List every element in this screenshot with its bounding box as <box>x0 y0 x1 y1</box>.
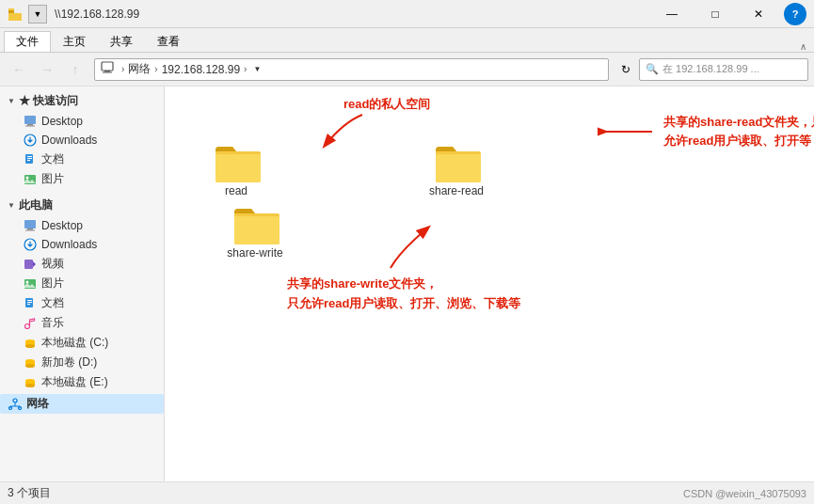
qa-btn-1[interactable]: ▼ <box>28 5 47 24</box>
folder-read-icon <box>214 143 259 181</box>
status-count: 3 个项目 <box>8 485 51 501</box>
svg-rect-2 <box>8 8 14 10</box>
svg-rect-5 <box>103 72 112 73</box>
svg-rect-18 <box>25 230 35 231</box>
breadcrumb-sep-3: › <box>244 64 247 74</box>
folder-read-label: read <box>225 184 247 197</box>
quick-access-header[interactable]: ▼ ★ 快速访问 <box>0 90 164 112</box>
sidebar: ▼ ★ 快速访问 Desktop 📌 Downloads 📌 文档 📌 <box>0 87 165 481</box>
breadcrumb-host[interactable]: 192.168.128.99 <box>162 63 240 76</box>
this-pc-arrow: ▼ <box>8 201 15 210</box>
svg-rect-7 <box>27 124 33 126</box>
search-icon: 🔍 <box>646 63 659 75</box>
drive-d-icon <box>23 355 38 370</box>
ribbon-tabs: 文件 主页 共享 查看 ∧ <box>0 28 814 53</box>
sidebar-item-drive-e[interactable]: 本地磁盘 (E:) <box>0 372 164 392</box>
minimize-button[interactable]: — <box>650 0 694 28</box>
sidebar-item-desktop-qa[interactable]: Desktop 📌 <box>0 112 164 131</box>
content-row-2: share-write <box>180 201 799 263</box>
close-button[interactable]: ✕ <box>737 0 780 28</box>
this-pc-header[interactable]: ▼ 此电脑 <box>0 195 164 216</box>
svg-rect-12 <box>27 158 32 159</box>
folder-share-read-icon <box>434 143 479 181</box>
up-button[interactable]: ↑ <box>62 56 88 83</box>
search-bar[interactable]: 🔍 在 192.168.128.99 ... <box>639 58 808 81</box>
breadcrumb-host-label: 192.168.128.99 <box>162 63 240 76</box>
svg-rect-1 <box>8 13 22 21</box>
ribbon-expand-icon[interactable]: ∧ <box>800 41 806 52</box>
tab-view[interactable]: 查看 <box>145 31 192 52</box>
sidebar-item-docs-qa[interactable]: 文档 📌 <box>0 150 164 169</box>
svg-rect-17 <box>27 228 33 230</box>
sidebar-network-label: 网络 <box>26 396 156 412</box>
back-button[interactable]: ← <box>6 56 32 83</box>
sidebar-music-label: 音乐 <box>41 315 156 331</box>
sidebar-item-pics-qa[interactable]: 图片 📌 <box>0 169 164 189</box>
quick-access-label: ★ 快速访问 <box>19 93 78 109</box>
sidebar-item-docs-pc[interactable]: 文档 <box>0 293 164 313</box>
sidebar-item-pics-pc[interactable]: 图片 <box>0 274 164 293</box>
sidebar-docs-qa-label: 文档 <box>41 151 146 167</box>
breadcrumb-sep-2: › <box>154 64 157 74</box>
window-icon <box>8 7 23 22</box>
svg-rect-11 <box>27 156 32 157</box>
downloads-icon-pc <box>23 237 38 252</box>
svg-rect-26 <box>27 302 32 303</box>
breadcrumb-network[interactable]: 网络 <box>128 61 151 77</box>
doc-icon-pc <box>23 296 38 311</box>
tab-share[interactable]: 共享 <box>98 31 145 52</box>
video-icon <box>23 257 38 272</box>
maximize-button[interactable]: □ <box>694 0 737 28</box>
sidebar-item-desktop-pc[interactable]: Desktop <box>0 216 164 235</box>
search-placeholder: 在 192.168.128.99 ... <box>662 62 759 76</box>
sidebar-pics-pc-label: 图片 <box>41 276 156 291</box>
quick-access-arrow: ▼ <box>8 97 15 105</box>
sidebar-item-downloads-qa[interactable]: Downloads 📌 <box>0 131 164 150</box>
sidebar-item-network[interactable]: 网络 <box>0 394 164 414</box>
help-button[interactable]: ? <box>784 3 806 25</box>
breadcrumb-bar[interactable]: › 网络 › 192.168.128.99 › ▼ <box>94 58 609 81</box>
content-area: read share-read <box>165 87 814 481</box>
sidebar-desktop-qa-label: Desktop <box>41 115 146 128</box>
music-icon <box>23 316 38 331</box>
sidebar-drive-c-label: 本地磁盘 (C:) <box>41 335 156 351</box>
svg-rect-25 <box>27 300 32 301</box>
sidebar-item-drive-d[interactable]: 新加卷 (D:) <box>0 353 164 372</box>
svg-point-28 <box>25 323 30 328</box>
folder-share-read[interactable]: share-read <box>419 139 494 201</box>
refresh-button[interactable]: ↻ <box>614 58 637 81</box>
svg-rect-6 <box>24 116 36 124</box>
breadcrumb-pc[interactable] <box>101 61 118 77</box>
folder-read[interactable]: read <box>199 139 274 201</box>
sidebar-item-drive-c[interactable]: 本地磁盘 (C:) <box>0 333 164 353</box>
sidebar-pics-qa-label: 图片 <box>41 171 146 187</box>
drive-e-icon <box>23 375 38 390</box>
downloads-icon-qa <box>23 133 38 148</box>
sidebar-item-music[interactable]: 音乐 <box>0 313 164 333</box>
svg-point-34 <box>25 364 35 368</box>
svg-marker-21 <box>33 261 36 267</box>
sidebar-drive-d-label: 新加卷 (D:) <box>41 354 156 370</box>
this-pc-label: 此电脑 <box>19 197 53 213</box>
navigation-bar: ← → ↑ › 网络 › 192.168.128.99 › ▼ ↻ 🔍 在 19… <box>0 53 814 87</box>
breadcrumb-dropdown[interactable]: ▼ <box>250 63 263 76</box>
annotation-share-write-text: 共享的share-write文件夹，只允许read用户读取、打开、浏览、下载等 <box>287 275 607 314</box>
forward-button[interactable]: → <box>34 56 60 83</box>
folder-share-write[interactable]: share-write <box>217 201 293 263</box>
sidebar-downloads-qa-label: Downloads <box>41 134 146 147</box>
tab-home[interactable]: 主页 <box>51 31 98 52</box>
tab-file[interactable]: 文件 <box>4 31 51 52</box>
folder-share-write-label: share-write <box>227 246 282 260</box>
content-grid: read share-read <box>180 102 799 211</box>
sidebar-item-downloads-pc[interactable]: Downloads <box>0 235 164 254</box>
svg-point-37 <box>25 384 35 387</box>
quick-access-toolbar: ▼ <box>28 5 47 24</box>
title-path: \\192.168.128.99 <box>55 8 650 21</box>
folder-share-read-label: share-read <box>429 184 484 197</box>
sidebar-item-video[interactable]: 视频 <box>0 254 164 274</box>
doc-icon-qa <box>23 152 38 167</box>
status-bar: 3 个项目 CSDN @weixin_43075093 <box>0 481 814 504</box>
pic-icon-pc <box>23 276 38 291</box>
svg-rect-27 <box>27 304 30 305</box>
pc-icon <box>101 61 114 77</box>
